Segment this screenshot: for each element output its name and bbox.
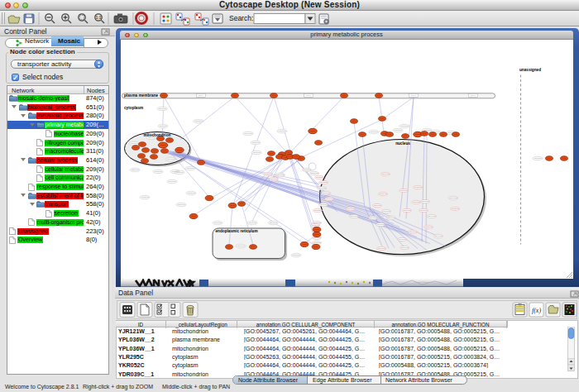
svg-text:YBR283C: YBR283C [168,180,176,182]
svg-text:YBR283C: YBR283C [451,208,459,209]
svg-text:YBR283C: YBR283C [130,142,138,144]
svg-text:YBR283C: YBR283C [398,238,406,240]
svg-text:plasma membrane: plasma membrane [124,93,159,98]
svg-text:YBR283C: YBR283C [400,246,409,248]
svg-text:cytoplasm: cytoplasm [124,105,143,109]
svg-text:[5xx4]: [5xx4] [411,94,416,96]
svg-text:YBR283C: YBR283C [322,192,330,194]
svg-text:YBR283C: YBR283C [177,203,185,205]
svg-text:YBR283C: YBR283C [376,223,385,225]
svg-text:YBR283C: YBR283C [403,209,411,211]
svg-text:YBR283C: YBR283C [194,120,203,122]
svg-text:YBR283C: YBR283C [248,222,256,223]
svg-text:YBR283C: YBR283C [264,173,272,174]
svg-text:YBR283C: YBR283C [147,136,156,138]
svg-text:YBR283C: YBR283C [377,247,385,249]
svg-text:1:1: 1:1 [96,16,102,20]
svg-text:YBR283C: YBR283C [387,217,395,218]
svg-text:YBR283C: YBR283C [412,201,420,203]
svg-text:YBR283C: YBR283C [434,235,443,237]
svg-text:YBR283C: YBR283C [213,222,222,223]
svg-text:YBR283C: YBR283C [186,167,194,169]
svg-text:YBR283C: YBR283C [292,254,300,256]
svg-text:YBR283C: YBR283C [423,129,431,131]
svg-text:YBR283C: YBR283C [269,222,277,223]
svg-text:YBR283C: YBR283C [318,187,326,189]
svg-text:endoplasmic reticulum: endoplasmic reticulum [216,229,258,233]
svg-text:YBR283C: YBR283C [278,130,286,131]
svg-text:YBR283C: YBR283C [449,197,457,198]
svg-text:YBR283C: YBR283C [325,198,333,199]
svg-text:YBR283C: YBR283C [534,157,542,159]
svg-text:YBR283C: YBR283C [303,169,311,170]
svg-text:YBR283C: YBR283C [409,231,417,232]
svg-text:YBR283C: YBR283C [166,158,175,160]
svg-text:YBR283C: YBR283C [237,245,245,246]
svg-text:YBR283C: YBR283C [315,176,323,178]
svg-text:YBR283C: YBR283C [131,169,139,170]
svg-text:f(x): f(x) [532,307,541,314]
svg-text:YBR283C: YBR283C [319,181,328,183]
svg-text:YBR283C: YBR283C [414,186,422,188]
svg-text:YBR283C: YBR283C [251,141,260,143]
svg-text:YBR283C: YBR283C [252,151,261,153]
svg-text:YBR283C: YBR283C [382,210,390,212]
svg-text:YBR283C: YBR283C [394,129,402,131]
svg-text:YBR283C: YBR283C [313,222,321,223]
svg-text:YBR283C: YBR283C [313,209,322,211]
svg-text:unassigned: unassigned [519,68,541,72]
svg-text:YBR283C: YBR283C [419,209,428,211]
svg-text:nucleus: nucleus [395,141,410,145]
svg-text:YBR283C: YBR283C [175,171,184,173]
svg-text:YBR283C: YBR283C [424,226,433,227]
svg-text:Search:: Search: [229,14,253,22]
svg-text:YBR283C: YBR283C [158,108,166,109]
svg-text:YBR283C: YBR283C [428,215,436,217]
svg-text:YBR283C: YBR283C [187,192,195,194]
svg-text:YBR283C: YBR283C [421,200,429,202]
svg-text:YBR283C: YBR283C [370,131,378,132]
svg-text:[5xx4]: [5xx4] [306,94,311,96]
svg-text:YBR283C: YBR283C [381,173,390,174]
svg-text:YBR283C: YBR283C [276,174,285,175]
svg-text:YBR283C: YBR283C [154,170,162,172]
svg-text:YBR283C: YBR283C [369,217,377,218]
svg-text:YBR283C: YBR283C [400,189,408,191]
svg-text:[5xx4]: [5xx4] [199,94,203,96]
svg-text:mitochondrion: mitochondrion [144,132,171,136]
svg-text:YBR283C: YBR283C [159,125,167,127]
svg-text:YBR283C: YBR283C [400,125,409,127]
svg-text:YBR283C: YBR283C [141,196,149,198]
svg-text:YBR283C: YBR283C [244,132,252,134]
svg-text:YBR283C: YBR283C [319,203,328,205]
svg-text:[5xx4]: [5xx4] [471,94,476,96]
svg-text:YBR283C: YBR283C [347,208,355,209]
svg-text:YBR283C: YBR283C [373,204,381,206]
svg-text:YBR283C: YBR283C [350,215,358,217]
svg-text:YBR283C: YBR283C [311,224,319,226]
svg-text:YBR283C: YBR283C [310,172,318,174]
svg-text:YBR283C: YBR283C [379,193,387,194]
svg-text:YBR283C: YBR283C [270,178,278,179]
svg-text:YBR283C: YBR283C [313,241,321,243]
